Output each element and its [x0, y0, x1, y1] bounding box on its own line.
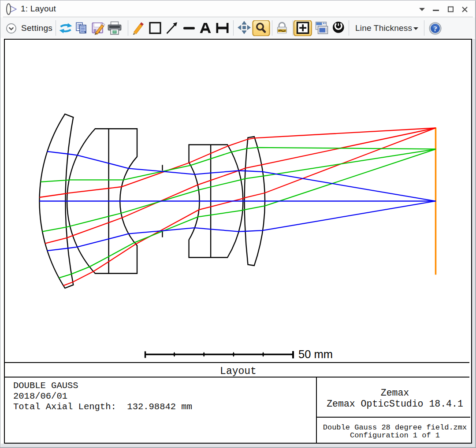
svg-text:50 mm: 50 mm	[298, 348, 333, 360]
